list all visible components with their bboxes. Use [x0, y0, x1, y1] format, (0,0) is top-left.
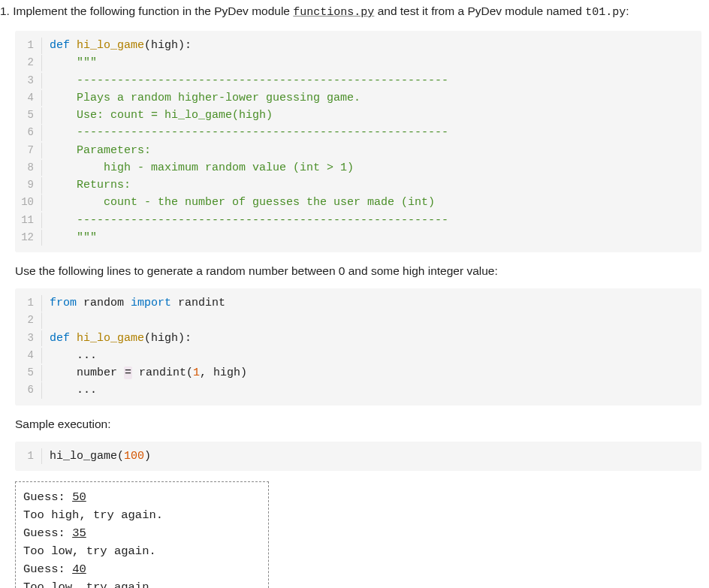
paren-close: ) [144, 450, 151, 463]
function-name: hi_lo_game [77, 39, 144, 52]
code-block-randint: 1from random import randint 2 3def hi_lo… [15, 288, 701, 406]
keyword-def: def [50, 332, 70, 345]
user-input: 40 [72, 562, 86, 576]
line-number: 3 [15, 73, 42, 89]
sample-output-box: Guess: 50 Too high, try again. Guess: 35… [15, 481, 269, 588]
prompt-guess: Guess: [23, 562, 72, 576]
instruction-prefix: 1. Implement the following function in t… [0, 5, 293, 17]
line-number: 2 [15, 55, 42, 71]
question-instruction: 1. Implement the following function in t… [0, 0, 701, 28]
output-line: Guess: 35 [23, 524, 261, 542]
line-number: 5 [15, 107, 42, 124]
docstring-rule: ----------------------------------------… [77, 126, 448, 139]
keyword-from: from [50, 297, 77, 309]
call-randint: randint [132, 366, 186, 379]
docstring-close: """ [77, 231, 97, 244]
user-input: 35 [72, 526, 86, 540]
line-number: 5 [15, 365, 42, 381]
docstring-line: Plays a random higher-lower guessing gam… [77, 92, 361, 104]
line-number: 6 [15, 382, 42, 399]
line-number: 3 [15, 330, 42, 347]
line-number: 1 [15, 295, 42, 312]
docstring-open: """ [77, 56, 97, 69]
ellipsis: ... [77, 349, 97, 362]
instruction-suffix: : [626, 5, 629, 17]
user-input: 50 [72, 490, 86, 504]
keyword-import: import [131, 297, 171, 309]
label-sample-execution: Sample execution: [0, 416, 701, 439]
code-block-call: 1hi_lo_game(100) [15, 442, 701, 471]
docstring-line: Returns: [77, 179, 131, 191]
function-name: hi_lo_game [77, 332, 144, 345]
docstring-rule: ----------------------------------------… [77, 214, 448, 227]
ellipsis: ... [77, 384, 97, 397]
line-number: 4 [15, 90, 42, 107]
paren-open: ( [186, 366, 193, 379]
output-line: Too low, try again. [23, 578, 261, 588]
line-number: 4 [15, 348, 42, 364]
docstring-line: count - the number of guesses the user m… [77, 196, 435, 209]
output-line: Guess: 40 [23, 560, 261, 578]
instruction-mid: and test it from a PyDev module named [374, 5, 585, 17]
prompt-guess: Guess: [23, 526, 72, 540]
signature: (high): [144, 332, 192, 345]
call-fn: hi_lo_game [50, 450, 117, 463]
code-block-docstring: 1def hi_lo_game(high): 2 """ 3 ---------… [15, 31, 701, 252]
instruction-randint: Use the following lines to generate a ra… [0, 263, 701, 285]
literal-hundred: 100 [124, 450, 144, 463]
filename-functions: functions.py [293, 6, 374, 19]
paren-close: ) [240, 366, 247, 379]
module-random: random [77, 297, 131, 309]
line-number: 8 [15, 160, 42, 176]
line-number: 1 [15, 448, 42, 465]
line-number: 1 [15, 38, 42, 54]
operator-assign: = [124, 366, 132, 379]
prompt-guess: Guess: [23, 490, 72, 504]
line-number: 9 [15, 177, 42, 194]
var-number: number [77, 366, 124, 379]
line-number: 7 [15, 143, 42, 159]
arg-high: , high [200, 366, 240, 379]
docstring-line: Use: count = hi_lo_game(high) [77, 109, 273, 122]
line-number: 2 [15, 312, 42, 329]
keyword-def: def [50, 39, 70, 52]
filename-t01: t01.py [585, 6, 626, 19]
output-line: Too high, try again. [23, 506, 261, 524]
paren-open: ( [117, 450, 124, 463]
output-line: Guess: 50 [23, 488, 261, 506]
line-number: 12 [15, 230, 42, 246]
line-number: 11 [15, 213, 42, 229]
signature: (high): [144, 39, 192, 52]
docstring-line: Parameters: [77, 144, 151, 157]
literal-one: 1 [193, 366, 200, 379]
line-number: 10 [15, 194, 42, 211]
line-number: 6 [15, 125, 42, 141]
docstring-line: high - maximum random value (int > 1) [77, 161, 354, 174]
import-randint: randint [171, 297, 225, 309]
docstring-rule: ----------------------------------------… [77, 74, 448, 87]
output-line: Too low, try again. [23, 542, 261, 560]
